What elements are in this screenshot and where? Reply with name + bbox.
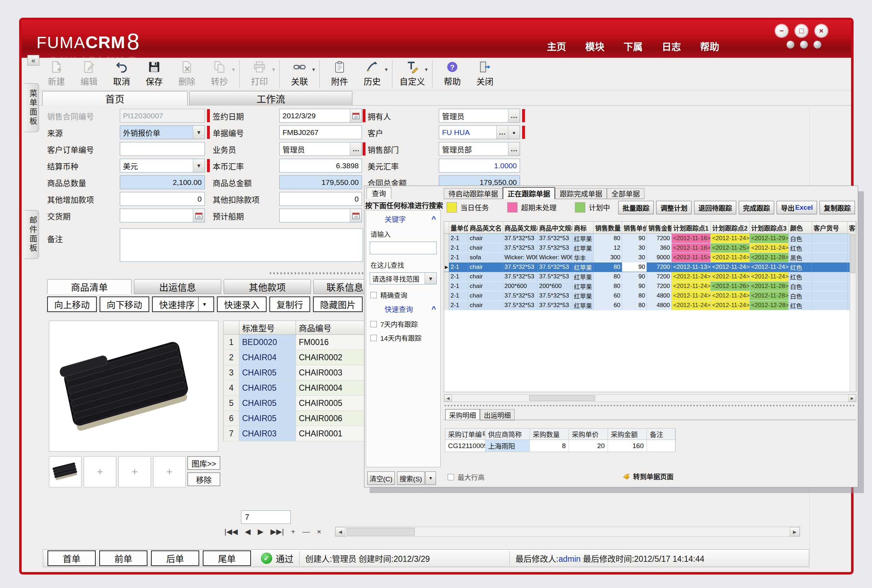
detail-button[interactable]: 隐藏图片 <box>313 297 362 312</box>
horizontal-scrollbar[interactable]: ◀ ▶ <box>335 527 800 537</box>
dropdown-arrow-icon[interactable]: ▼ <box>424 67 428 72</box>
tracking-tab-2[interactable]: 正在跟踪单据 <box>503 187 555 199</box>
prev-record-icon[interactable]: ◀ <box>245 527 251 536</box>
tracking-row[interactable]: 2-1chair37.5*32*5337.5*32*53红苹果60804800<… <box>444 301 856 310</box>
gallery-button[interactable]: 图库>> <box>188 456 220 470</box>
top-menu-item[interactable]: 下属 <box>624 39 643 53</box>
detail-tab-3[interactable]: 其他款项 <box>224 279 311 294</box>
first-doc-button[interactable]: 首单 <box>48 550 96 566</box>
detail-button[interactable]: 向下移动 <box>99 297 149 312</box>
detail-tab-1[interactable]: 商品清单 <box>47 279 131 294</box>
scroll-right-icon[interactable]: ▶ <box>848 394 856 402</box>
field-total-qty[interactable]: 2,100.00 <box>120 176 205 189</box>
splitter-handle[interactable] <box>445 405 856 406</box>
detail-button[interactable]: 复制行 <box>269 297 310 312</box>
exact-query-option[interactable]: 精确查询 <box>366 286 440 300</box>
remove-image-button[interactable]: 移除 <box>188 472 220 486</box>
purchase-row[interactable]: CG12110009上海雨阳820160 <box>445 440 676 452</box>
tab-workflow[interactable]: 工作流 <box>189 91 352 105</box>
tab-home[interactable]: 首页 <box>42 91 188 105</box>
scroll-left-icon[interactable]: ◀ <box>444 394 452 402</box>
dropdown-arrow-icon[interactable]: ▼ <box>271 67 276 72</box>
splitter-handle[interactable] <box>270 272 363 274</box>
dropdown-arrow-icon[interactable]: ▼ <box>384 67 388 72</box>
next-record-icon[interactable]: ▶ <box>258 527 263 536</box>
tracking-row[interactable]: 2-1chair37.5*32*5337.5*32*53红苹果80907200<… <box>444 272 856 282</box>
grid-vertical-scrollbar[interactable] <box>849 233 856 392</box>
dropdown-arrow-icon[interactable]: ▼ <box>202 302 207 307</box>
tracking-tab-1[interactable]: 待启动跟踪单据 <box>444 188 503 199</box>
field-local-rate[interactable]: 6.3898 <box>279 159 362 172</box>
max-row-height-option[interactable]: 最大行高 <box>448 472 484 482</box>
close-window-button[interactable]: × <box>815 24 828 37</box>
lookup-ellipsis-button[interactable]: … <box>496 126 508 139</box>
field-doc-no[interactable]: FMBJ0267 <box>279 125 362 139</box>
search-button[interactable]: 搜索(S) <box>397 471 425 485</box>
popup-detail-tab-1[interactable]: 采购明细 <box>445 409 480 420</box>
checkbox-icon[interactable] <box>370 321 377 327</box>
cancel-edit-icon[interactable]: × <box>317 527 321 536</box>
tracking-row[interactable]: 2-1chair37.5*32*5337.5*32*53红苹果80907200<… <box>444 234 856 243</box>
thumbnail-add-slot[interactable]: + <box>153 456 186 488</box>
clear-button[interactable]: 清空(C) <box>367 471 395 485</box>
dropdown-arrow-icon[interactable]: ▼ <box>231 67 236 72</box>
top-menu-item[interactable]: 帮助 <box>700 39 719 53</box>
row-count-input[interactable]: 7 <box>241 510 291 524</box>
minimize-button[interactable]: − <box>775 24 788 37</box>
toolbar-attachment-button[interactable]: 附件 <box>323 59 356 87</box>
chevron-down-icon[interactable]: ▼ <box>193 126 204 139</box>
quick-filter-option[interactable]: 7天内有跟踪 <box>366 316 440 329</box>
maximize-button[interactable]: □ <box>795 24 808 37</box>
scope-select[interactable]: 请选择寻找范围 ▼ <box>370 272 437 284</box>
tracking-action-button[interactable]: 调整计划 <box>656 201 692 214</box>
sidebar-tab-menu-panel[interactable]: 菜单面板 <box>24 83 39 132</box>
field-owner[interactable]: 管理员… <box>439 109 520 123</box>
tracking-row[interactable]: 2-1chair37.5*32*5337.5*32*53红苹果1230360<2… <box>444 243 856 253</box>
goto-document-link[interactable]: 转到单据页面 <box>622 471 674 481</box>
lookup-ellipsis-button[interactable]: … <box>350 142 362 156</box>
field-other-deduct[interactable]: 0 <box>279 192 362 206</box>
sidebar-tab-mail-panel[interactable]: 邮件面板 <box>24 210 39 259</box>
tracking-action-button[interactable]: 完成跟踪 <box>739 201 774 214</box>
field-sign-date[interactable]: 2012/3/2910 <box>279 109 362 123</box>
tracking-row[interactable]: 2-1chair200*600200*600红苹果80907200<2012-1… <box>444 282 856 291</box>
field-sales-dept[interactable]: 管理员部… <box>439 142 520 156</box>
detail-button[interactable]: 快速排序▼ <box>152 297 214 312</box>
field-other-add[interactable]: 0 <box>120 192 205 206</box>
field-usd-rate[interactable]: 1.0000 <box>439 159 520 172</box>
quick-filter-option[interactable]: 14天内有跟踪 <box>366 329 440 343</box>
toolbar-save-button[interactable]: 保存 <box>138 59 170 87</box>
tracking-row[interactable]: ▶2-1chair37.5*32*5337.5*32*53红苹果80907200… <box>444 262 856 272</box>
query-tab[interactable]: 查询 <box>367 188 391 199</box>
checkbox-icon[interactable] <box>448 474 454 480</box>
field-customer-order-no[interactable] <box>120 142 205 156</box>
field-ship-date[interactable]: 10 <box>279 208 362 222</box>
detail-tab-2[interactable]: 出运信息 <box>134 279 221 294</box>
field-currency[interactable]: 美元▼ <box>120 159 205 172</box>
prev-doc-button[interactable]: 前单 <box>99 550 147 566</box>
scroll-right-icon[interactable]: ▶ <box>790 527 800 536</box>
toolbar-close-button[interactable]: 关闭 <box>469 59 501 87</box>
toolbar-help-button[interactable]: ?帮助 <box>436 59 469 87</box>
tracking-tab-4[interactable]: 全部单据 <box>607 188 644 199</box>
grid-horizontal-scrollbar[interactable]: ◀ ▶ <box>444 394 856 402</box>
top-menu-item[interactable]: 日志 <box>662 39 681 53</box>
checkbox-icon[interactable] <box>370 335 377 341</box>
next-doc-button[interactable]: 后单 <box>151 550 199 566</box>
field-salesman[interactable]: 管理员… <box>279 142 362 156</box>
detail-dot-button[interactable]: ● <box>508 126 520 139</box>
keyword-section-header[interactable]: 关键字 ^ <box>366 210 440 226</box>
thumbnail-add-slot[interactable]: + <box>119 456 151 488</box>
quick-query-section-header[interactable]: 快速查询 ^ <box>366 300 440 316</box>
field-contract-no[interactable]: PI12030007 <box>120 109 205 123</box>
thumbnail-1[interactable] <box>49 456 81 488</box>
popup-detail-tab-2[interactable]: 出运明细 <box>480 409 515 420</box>
search-dropdown-icon[interactable]: ▼ <box>425 471 436 485</box>
toolbar-cancel-button[interactable]: 取消 <box>105 59 138 87</box>
last-doc-button[interactable]: 尾单 <box>203 550 251 566</box>
collapse-icon[interactable]: ^ <box>431 304 436 314</box>
keyword-input[interactable] <box>370 242 437 254</box>
top-menu-item[interactable]: 模块 <box>585 39 604 53</box>
toolbar-link-button[interactable]: 关联▼ <box>283 59 316 87</box>
delete-row-icon[interactable]: — <box>302 527 310 536</box>
